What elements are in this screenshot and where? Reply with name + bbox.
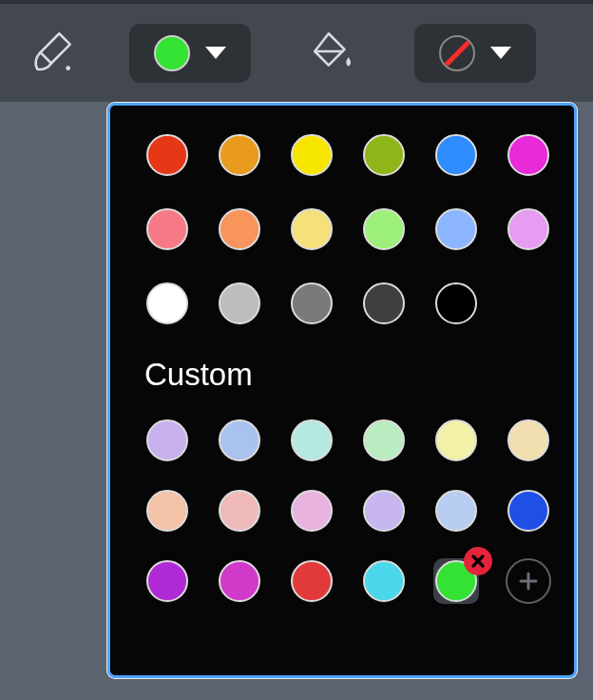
swatch-circle <box>291 134 333 176</box>
color-swatch-custom-13[interactable] <box>217 558 262 604</box>
swatch-circle <box>435 282 477 324</box>
swatch-circle <box>219 419 260 461</box>
color-swatch-custom-1[interactable] <box>217 418 262 463</box>
swatch-circle <box>435 419 477 461</box>
color-swatch-gray-3[interactable] <box>361 281 407 326</box>
color-swatch-preset-1-1[interactable] <box>217 206 262 252</box>
current-stroke-swatch <box>154 35 190 71</box>
swatch-circle <box>363 208 405 250</box>
color-swatch-custom-10[interactable] <box>433 488 479 534</box>
color-swatch-custom-7[interactable] <box>217 488 262 534</box>
swatch-circle <box>507 490 549 532</box>
swatch-circle <box>219 282 260 324</box>
color-swatch-custom-6[interactable] <box>144 488 190 534</box>
swatch-circle <box>219 560 260 602</box>
swatch-circle <box>363 560 405 602</box>
swatch-circle <box>435 490 477 532</box>
color-swatch-gray-0[interactable] <box>144 281 190 326</box>
swatch-circle <box>363 134 405 176</box>
color-swatch-preset-1-2[interactable] <box>289 206 335 252</box>
swatch-circle <box>219 490 260 532</box>
swatch-circle <box>219 208 260 250</box>
no-fill-icon <box>439 35 475 71</box>
custom-section-label: Custom <box>144 357 549 393</box>
color-swatch-preset-0-2[interactable] <box>289 132 335 178</box>
color-swatch-preset-1-5[interactable] <box>506 206 551 252</box>
chevron-down-icon <box>490 47 511 59</box>
swatch-circle <box>291 419 333 461</box>
swatch-circle <box>363 419 405 461</box>
color-swatch-preset-0-4[interactable] <box>433 132 479 178</box>
swatch-circle <box>291 560 333 602</box>
color-swatch-preset-0-3[interactable] <box>361 132 407 178</box>
swatch-circle <box>291 282 333 324</box>
color-swatch-gray-2[interactable] <box>289 281 335 326</box>
color-swatch-custom-14[interactable] <box>289 558 335 604</box>
color-swatch-preset-1-3[interactable] <box>361 206 407 252</box>
color-swatch-gray-4[interactable] <box>433 281 479 326</box>
color-swatch-custom-15[interactable] <box>361 558 407 604</box>
swatch-circle <box>146 419 188 461</box>
color-swatch-custom-12[interactable] <box>144 558 190 604</box>
plus-icon <box>506 558 551 604</box>
color-swatch-preset-0-1[interactable] <box>217 132 262 178</box>
color-swatch-preset-0-5[interactable] <box>506 132 551 178</box>
swatch-circle <box>363 490 405 532</box>
color-swatch-custom-2[interactable] <box>289 418 335 463</box>
color-swatch-custom-0[interactable] <box>144 418 190 463</box>
swatch-circle <box>435 208 477 250</box>
add-custom-color-button[interactable] <box>506 558 551 604</box>
swatch-circle <box>146 490 188 532</box>
stroke-color-dropdown[interactable] <box>129 24 251 83</box>
color-swatch-gray-1[interactable] <box>217 281 262 326</box>
swatch-circle <box>291 490 333 532</box>
swatch-circle <box>507 134 549 176</box>
color-picker-panel: Custom <box>107 103 577 678</box>
grayscale-grid <box>144 281 549 326</box>
brush-icon[interactable] <box>29 28 76 79</box>
color-swatch-custom-selected[interactable] <box>433 558 479 604</box>
color-swatch-custom-3[interactable] <box>361 418 407 463</box>
paint-bucket-icon[interactable] <box>309 28 356 79</box>
swatch-circle <box>219 134 260 176</box>
swatch-circle <box>291 208 333 250</box>
toolbar <box>0 4 593 102</box>
swatch-circle <box>507 208 549 250</box>
color-swatch-custom-5[interactable] <box>506 418 551 463</box>
swatch-circle <box>146 560 188 602</box>
color-swatch-custom-9[interactable] <box>361 488 407 534</box>
remove-swatch-badge[interactable] <box>464 547 492 575</box>
swatch-circle <box>435 134 477 176</box>
preset-color-grid <box>144 132 549 252</box>
fill-color-dropdown[interactable] <box>414 24 536 83</box>
color-swatch-preset-0-0[interactable] <box>144 132 190 178</box>
color-swatch-custom-8[interactable] <box>289 488 335 534</box>
color-swatch-preset-1-4[interactable] <box>433 206 479 252</box>
color-swatch-custom-4[interactable] <box>433 418 479 463</box>
swatch-circle <box>146 208 188 250</box>
swatch-circle <box>507 419 549 461</box>
custom-color-grid <box>144 418 549 604</box>
swatch-circle <box>146 134 188 176</box>
svg-point-0 <box>66 66 70 70</box>
color-swatch-preset-1-0[interactable] <box>144 206 190 252</box>
chevron-down-icon <box>205 47 226 59</box>
swatch-circle <box>363 282 405 324</box>
swatch-circle <box>146 282 188 324</box>
color-swatch-custom-11[interactable] <box>506 488 551 534</box>
